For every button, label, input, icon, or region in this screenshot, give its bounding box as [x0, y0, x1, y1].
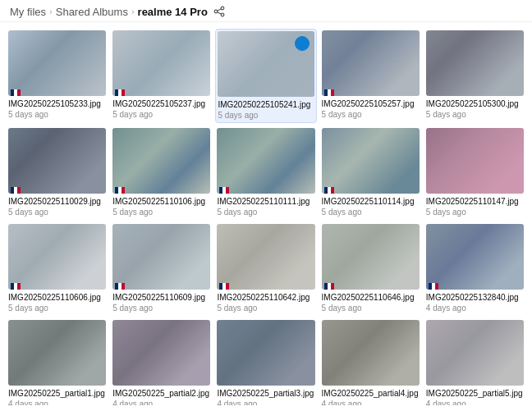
photo-tile-15[interactable]: IMG20250225132840.jpg4 days ago — [424, 222, 525, 315]
photo-thumbnail-17 — [112, 320, 210, 386]
svg-rect-46 — [222, 283, 226, 290]
photo-tile-8[interactable]: IMG20250225110111.jpg5 days ago — [215, 126, 316, 219]
photo-name-18: IMG20250225_partial3.jpg — [217, 388, 314, 399]
photo-name-2: IMG20250225105237.jpg — [112, 98, 210, 109]
photo-name-20: IMG20250225_partial5.jpg — [426, 388, 524, 399]
photo-name-4: IMG20250225105257.jpg — [322, 98, 420, 109]
select-circle-3[interactable] — [295, 36, 310, 51]
photo-date-10: 5 days ago — [426, 207, 524, 217]
svg-rect-6 — [11, 89, 14, 96]
photo-thumbnail-7 — [112, 128, 210, 194]
svg-rect-17 — [331, 89, 334, 96]
photo-tile-7[interactable]: IMG20250225110106.jpg5 days ago — [111, 126, 212, 219]
photo-date-13: 5 days ago — [217, 303, 314, 313]
photo-date-11: 5 days ago — [8, 303, 106, 313]
photo-thumbnail-9 — [322, 128, 420, 194]
svg-rect-30 — [226, 187, 229, 194]
flag-icon-6 — [11, 185, 21, 191]
photo-date-7: 5 days ago — [112, 207, 210, 217]
svg-rect-43 — [122, 283, 125, 290]
photo-thumbnail-5 — [426, 30, 524, 96]
photo-tile-16[interactable]: IMG20250225_partial1.jpg4 days ago — [7, 318, 108, 405]
svg-rect-25 — [118, 187, 122, 194]
photo-tile-12[interactable]: IMG20250225110609.jpg5 days ago — [111, 222, 212, 315]
svg-rect-22 — [17, 187, 21, 194]
svg-line-4 — [217, 12, 221, 14]
photo-tile-5[interactable]: IMG20250225105300.jpg5 days ago — [424, 29, 525, 123]
photo-date-5: 5 days ago — [426, 109, 524, 120]
svg-rect-21 — [14, 187, 17, 194]
photo-name-5: IMG20250225105300.jpg — [426, 98, 524, 109]
photo-name-8: IMG20250225110111.jpg — [217, 196, 314, 207]
breadcrumb-shared-albums[interactable]: Shared Albums — [56, 6, 128, 18]
photo-tile-13[interactable]: IMG20250225110642.jpg5 days ago — [215, 222, 316, 315]
flag-icon-1 — [11, 87, 21, 94]
photo-thumbnail-1 — [8, 30, 106, 96]
photo-thumbnail-12 — [112, 224, 210, 290]
photo-tile-10[interactable]: IMG20250225110147.jpg5 days ago — [424, 126, 525, 219]
svg-point-0 — [221, 7, 224, 10]
photo-date-18: 4 days ago — [217, 399, 314, 405]
breadcrumb-myfiles[interactable]: My files — [10, 6, 46, 18]
photo-name-1: IMG20250225105233.jpg — [8, 98, 106, 109]
photo-tile-4[interactable]: IMG20250225105257.jpg5 days ago — [320, 29, 421, 123]
photo-thumbnail-4 — [322, 30, 420, 96]
photo-tile-1[interactable]: IMG20250225105233.jpg5 days ago — [7, 29, 108, 123]
flag-icon-12 — [115, 281, 125, 287]
breadcrumb-current: realme 14 Pro — [138, 6, 208, 18]
photo-name-7: IMG20250225110106.jpg — [112, 196, 210, 207]
svg-rect-55 — [435, 283, 438, 290]
svg-rect-51 — [331, 283, 334, 290]
flag-icon-2 — [115, 87, 125, 94]
photo-tile-14[interactable]: IMG20250225110646.jpg5 days ago — [320, 222, 421, 315]
photo-date-20: 4 days ago — [426, 399, 524, 405]
svg-rect-41 — [115, 283, 118, 290]
breadcrumb-sep-2: › — [131, 7, 135, 16]
flag-icon-9 — [324, 185, 334, 191]
svg-rect-15 — [324, 89, 328, 96]
photo-date-14: 5 days ago — [322, 303, 420, 313]
photo-thumbnail-18 — [217, 320, 314, 386]
svg-point-2 — [221, 13, 224, 16]
svg-rect-34 — [331, 187, 334, 194]
photo-name-16: IMG20250225_partial1.jpg — [8, 388, 106, 399]
svg-rect-38 — [14, 283, 17, 290]
svg-rect-12 — [122, 89, 125, 96]
photo-tile-11[interactable]: IMG20250225110606.jpg5 days ago — [7, 222, 108, 315]
photo-date-6: 5 days ago — [8, 207, 106, 217]
photo-date-15: 4 days ago — [426, 303, 524, 313]
photo-date-16: 4 days ago — [8, 399, 106, 405]
photo-thumbnail-14 — [322, 224, 420, 290]
photo-name-19: IMG20250225_partial4.jpg — [322, 388, 420, 399]
breadcrumb-sep-1: › — [49, 7, 53, 16]
svg-rect-54 — [432, 283, 435, 290]
svg-rect-49 — [324, 283, 328, 290]
photo-date-3: 5 days ago — [218, 110, 314, 121]
svg-rect-42 — [118, 283, 122, 290]
svg-rect-50 — [328, 283, 331, 290]
photo-date-17: 4 days ago — [112, 399, 210, 405]
photo-name-17: IMG20250225_partial2.jpg — [112, 388, 210, 399]
photo-name-12: IMG20250225110609.jpg — [112, 292, 210, 303]
photo-tile-18[interactable]: IMG20250225_partial3.jpg4 days ago — [215, 318, 316, 405]
svg-point-1 — [214, 10, 218, 13]
photo-tile-3[interactable]: IMG20250225105241.jpg5 days ago — [215, 29, 316, 123]
svg-rect-33 — [328, 187, 331, 194]
photo-tile-20[interactable]: IMG20250225_partial5.jpg4 days ago — [424, 318, 525, 405]
photo-thumbnail-16 — [8, 320, 106, 386]
photo-tile-6[interactable]: IMG20250225110029.jpg5 days ago — [7, 126, 108, 219]
svg-rect-37 — [11, 283, 14, 290]
svg-rect-32 — [324, 187, 328, 194]
photo-date-8: 5 days ago — [217, 207, 314, 217]
svg-rect-47 — [226, 283, 229, 290]
photo-tile-17[interactable]: IMG20250225_partial2.jpg4 days ago — [111, 318, 212, 405]
photo-tile-9[interactable]: IMG20250225110114.jpg5 days ago — [320, 126, 421, 219]
photo-date-12: 5 days ago — [112, 303, 210, 313]
photo-name-3: IMG20250225105241.jpg — [218, 99, 314, 110]
photo-tile-2[interactable]: IMG20250225105237.jpg5 days ago — [111, 29, 212, 123]
photo-name-15: IMG20250225132840.jpg — [426, 292, 524, 303]
photo-name-11: IMG20250225110606.jpg — [8, 292, 106, 303]
photo-name-13: IMG20250225110642.jpg — [217, 292, 314, 303]
photo-tile-19[interactable]: IMG20250225_partial4.jpg4 days ago — [320, 318, 421, 405]
photo-date-19: 4 days ago — [322, 399, 420, 405]
